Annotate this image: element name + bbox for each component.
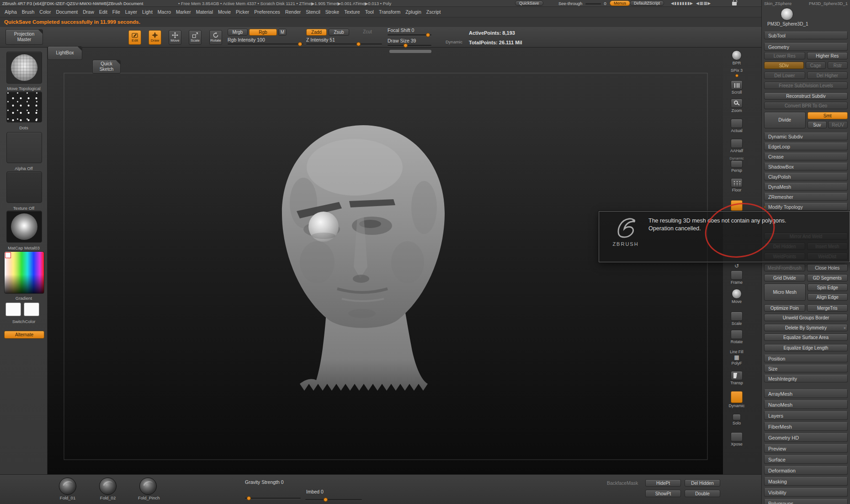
rotate-mode-button[interactable]: Rotate — [209, 30, 222, 45]
actual-button[interactable]: Actual — [726, 119, 748, 133]
rgb-intensity-knob[interactable] — [298, 42, 302, 46]
menu-item[interactable]: File — [112, 9, 121, 15]
zsub-button[interactable]: Zsub — [329, 29, 349, 36]
zadd-button[interactable]: Zadd — [306, 29, 327, 36]
material-thumbnail[interactable] — [6, 211, 42, 243]
rgb-intensity-slider[interactable]: Rgb Intensity 100 — [228, 37, 303, 45]
rgb-button[interactable]: Rgb — [249, 29, 277, 36]
tool-palette-section-header[interactable]: ArrayMesh — [764, 389, 848, 398]
menu-item[interactable]: Stroke — [325, 9, 340, 15]
tray-left-icon[interactable]: ◀▮▮▮▮▮▮▶ — [671, 1, 693, 5]
gravity-strength-slider[interactable] — [245, 498, 301, 499]
delete-by-symmetry-mini-icon[interactable]: × — [844, 325, 846, 331]
micro-mesh-button[interactable]: Micro Mesh — [764, 284, 806, 301]
tool-palette-section-header[interactable]: Preview — [764, 444, 848, 453]
menu-item[interactable]: Preferences — [254, 9, 281, 15]
mesh-from-brush-button[interactable]: MeshFromBrush — [764, 264, 805, 271]
z-intensity-slider[interactable]: Z Intensity 51 — [306, 37, 382, 45]
scale-gyro-button[interactable]: Scale — [726, 312, 748, 326]
convert-bpr-button[interactable]: Convert BPR To Geo — [764, 102, 848, 109]
menu-item[interactable]: Layer — [125, 9, 138, 15]
subtool-section-header[interactable]: SubTool — [764, 32, 848, 39]
geometry-subsection-header[interactable]: ClayPolish — [764, 173, 848, 180]
optimize-points-button[interactable]: Optimize Poin — [764, 304, 805, 312]
tray-right-icon[interactable]: ◀▦▦▶ — [696, 1, 711, 5]
geometry-subsection-header[interactable]: MeshIntegrity — [764, 375, 848, 382]
gd-segments-slider[interactable]: GD Segments — [807, 274, 848, 281]
focal-shift-slider[interactable]: Focal Shift 0 — [388, 27, 431, 36]
mrgb-button[interactable]: Mrgb — [228, 29, 248, 36]
unweld-groups-border-button[interactable]: Unweld Groups Border — [764, 314, 848, 321]
menu-item[interactable]: Macro — [157, 9, 171, 15]
show-pt-button[interactable]: ShowPt — [645, 490, 681, 497]
menu-item[interactable]: Material — [196, 9, 213, 15]
equalize-surface-area-button[interactable]: Equalize Surface Area — [764, 334, 848, 341]
del-lower-button[interactable]: Del Lower — [764, 72, 805, 79]
menu-item[interactable]: Alpha — [4, 9, 17, 15]
tab-skin-zsphere[interactable]: Skin_ZSphere — [764, 1, 792, 7]
divide-button[interactable]: Divide — [764, 112, 806, 128]
aahalf-button[interactable]: AAHalf — [726, 139, 748, 153]
undo-history-button[interactable]: ↺ — [726, 261, 748, 271]
tool-palette-section-header[interactable]: Deformation — [764, 466, 848, 475]
menu-item[interactable]: Picker — [235, 9, 250, 15]
current-color-swatch[interactable] — [5, 252, 11, 258]
align-edge-button[interactable]: Align Edge — [808, 293, 848, 301]
note-dialog[interactable]: ZBRUSH The resulting 3D mesh does not co… — [599, 211, 850, 262]
menu-item[interactable]: Light — [142, 9, 153, 15]
spix-slider[interactable]: SPix 3 — [726, 68, 748, 77]
higher-res-button[interactable]: Higher Res — [807, 52, 848, 59]
hide-pt-button[interactable]: HidePt — [645, 479, 681, 487]
modify-topology-header[interactable]: Modify Topology — [764, 203, 848, 211]
main-color-swatch[interactable] — [5, 302, 21, 316]
merge-tris-button[interactable]: MergeTris — [807, 304, 848, 312]
current-tool-thumbnail[interactable] — [781, 8, 793, 21]
lightbox-button[interactable]: LightBox — [48, 46, 82, 60]
draw-mode-button[interactable]: Draw — [149, 30, 161, 45]
suv-toggle[interactable]: Suv — [808, 121, 827, 128]
solo-button[interactable]: Solo — [726, 414, 748, 425]
dynamic-draw-size-toggle[interactable]: Dynamic — [446, 39, 462, 44]
gravity-strength-knob[interactable] — [247, 496, 251, 500]
lower-res-button[interactable]: Lower Res — [764, 52, 805, 59]
transp-button[interactable]: Transp — [726, 371, 748, 385]
tool-palette-section-header[interactable]: Surface — [764, 455, 848, 464]
geometry-subsection-header[interactable]: DynaMesh — [764, 183, 848, 191]
draw-size-knob[interactable] — [404, 43, 408, 48]
draw-size-slider[interactable]: Draw Size 39 — [388, 38, 431, 46]
equalize-edge-length-button[interactable]: Equalize Edge Length — [764, 344, 848, 351]
rotate-gyro-button[interactable]: Rotate — [726, 330, 748, 344]
see-through-slider[interactable]: See-through 0 — [558, 1, 606, 6]
smt-toggle[interactable]: Smt — [808, 112, 848, 119]
reuv-button[interactable]: ReUV — [828, 121, 848, 128]
tool-palette-section-header[interactable]: Visibility — [764, 488, 848, 497]
del-hidden-bottom-button[interactable]: Del Hidden — [685, 479, 720, 487]
imbed-slider[interactable] — [305, 499, 362, 500]
brush-preset-fold01[interactable]: Fold_01 — [58, 477, 78, 500]
bpr-button[interactable]: BPR — [726, 50, 748, 65]
reconstruct-subdiv-button[interactable]: Reconstruct Subdiv — [764, 92, 848, 100]
menu-item[interactable]: Transform — [378, 9, 401, 15]
close-holes-button[interactable]: Close Holes — [807, 264, 848, 271]
menu-item[interactable]: Render — [285, 9, 301, 15]
menu-item[interactable]: Edit — [99, 9, 108, 15]
frame-button[interactable]: Frame — [726, 271, 748, 285]
z-intensity-knob[interactable] — [356, 42, 361, 46]
see-through-track[interactable] — [585, 3, 601, 5]
persp-button[interactable]: Dynamic Persp — [726, 156, 748, 173]
menu-item[interactable]: Document — [55, 9, 78, 15]
grid-divide-button[interactable]: Grid Divide — [764, 274, 805, 281]
stroke-thumbnail[interactable] — [6, 91, 42, 122]
cage-button[interactable]: Cage — [806, 62, 826, 69]
menu-item[interactable]: Color — [39, 9, 51, 15]
tool-palette-section-header[interactable]: Geometry HD — [764, 433, 848, 442]
freeze-subdivision-button[interactable]: Freeze SubDivision Levels — [764, 82, 848, 89]
geometry-section-header[interactable]: Geometry — [764, 43, 848, 51]
tab-pm3d-sphere[interactable]: PM3D_Sphere3D_1 — [809, 1, 848, 7]
menu-item[interactable]: Draw — [82, 9, 95, 15]
menu-item[interactable]: Texture — [344, 9, 360, 15]
delete-by-symmetry-button[interactable]: Delete By Symmetry × — [764, 324, 848, 331]
lock-icon[interactable] — [732, 2, 737, 5]
geometry-subsection-header[interactable]: ZRemesher — [764, 193, 848, 201]
geometry-subsection-header[interactable]: EdgeLoop — [764, 143, 848, 150]
